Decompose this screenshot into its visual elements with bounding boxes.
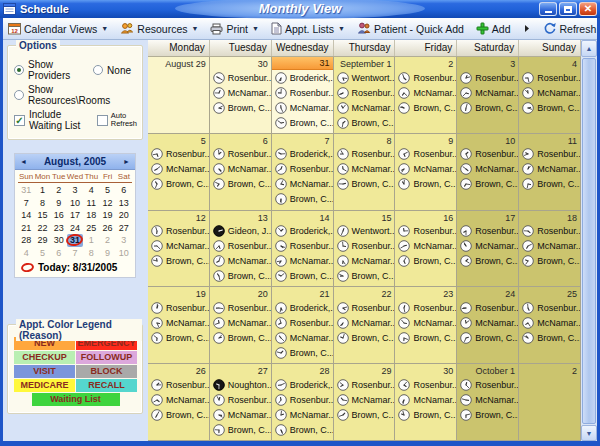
day-cell[interactable]: 20Rosenbur...McNamar...Brown, C... <box>210 287 272 364</box>
day-cell[interactable]: 3Rosenbur...McNamar...Brown, C... <box>457 57 519 134</box>
appointment-entry[interactable]: McNamar... <box>210 85 271 100</box>
appointment-entry[interactable]: Brown, C... <box>210 330 271 345</box>
appointment-entry[interactable]: Rosenbur... <box>457 300 518 315</box>
mini-calendar-day[interactable]: 3 <box>116 234 132 247</box>
appointment-entry[interactable]: Rosenbur... <box>272 85 333 100</box>
appointment-entry[interactable]: Wentwort... <box>334 224 395 239</box>
mini-calendar-day[interactable]: 25 <box>83 222 99 235</box>
appointment-entry[interactable]: Brown, C... <box>210 100 271 115</box>
day-cell[interactable]: 13Gideon, J...Rosenbur...McNamar...Brown… <box>210 211 272 288</box>
appointment-entry[interactable]: Rosenbur... <box>334 377 395 392</box>
appointment-entry[interactable]: Noughton... <box>210 377 271 392</box>
appointment-entry[interactable]: Brown, C... <box>272 115 333 130</box>
appointment-entry[interactable]: Rosenbur... <box>272 162 333 177</box>
include-waiting-list-checkbox[interactable]: ✓ <box>14 115 25 126</box>
appointment-entry[interactable]: Brown, C... <box>519 100 580 115</box>
appointment-entry[interactable]: McNamar... <box>210 254 271 269</box>
day-cell[interactable]: 12Rosenbur...McNamar...Brown, C... <box>148 211 210 288</box>
appointment-entry[interactable]: Brown, C... <box>334 177 395 192</box>
day-cell[interactable]: 9Rosenbur...McNamar...Brown, C... <box>395 134 457 211</box>
toolbar-button-print[interactable]: Print▼ <box>205 21 264 37</box>
mini-calendar-day[interactable]: 23 <box>51 222 67 235</box>
today-line[interactable]: Today: 8/31/2005 <box>15 259 135 277</box>
appointment-entry[interactable]: McNamar... <box>148 239 209 254</box>
close-button[interactable]: ✕ <box>579 2 597 16</box>
day-cell[interactable]: 24Rosenbur...McNamar...Brown, C... <box>457 287 519 364</box>
day-cell[interactable]: 7Broderick,...Rosenbur...McNamar...Brown… <box>272 134 334 211</box>
appointment-entry[interactable]: Broderick,... <box>272 377 333 392</box>
mini-calendar-day[interactable]: 1 <box>83 234 99 247</box>
appointment-entry[interactable]: Brown, C... <box>148 330 209 345</box>
next-month-button[interactable]: ► <box>120 156 133 168</box>
appointment-entry[interactable]: McNamar... <box>272 407 333 422</box>
mini-calendar-day[interactable]: 12 <box>99 197 115 210</box>
appointment-entry[interactable]: Brown, C... <box>519 254 580 269</box>
day-cell[interactable]: 31Broderick,...Rosenbur...McNamar...Brow… <box>272 57 334 134</box>
appointment-entry[interactable]: Rosenbur... <box>210 392 271 407</box>
appointment-entry[interactable]: Rosenbur... <box>272 392 333 407</box>
mini-calendar-day[interactable]: 31 <box>18 184 34 197</box>
toolbar-button-add[interactable]: Add <box>471 20 516 37</box>
mini-calendar-day[interactable]: 4 <box>83 184 99 197</box>
appointment-entry[interactable]: Brown, C... <box>457 407 518 422</box>
appointment-entry[interactable]: McNamar... <box>272 100 333 115</box>
appointment-entry[interactable]: Rosenbur... <box>148 147 209 162</box>
appointment-entry[interactable]: Rosenbur... <box>148 377 209 392</box>
toolbar-button-calendar-views[interactable]: 12Calendar Views▼ <box>3 20 113 37</box>
mini-calendar-day[interactable]: 6 <box>116 184 132 197</box>
appointment-entry[interactable]: Rosenbur... <box>519 224 580 239</box>
mini-calendar-day[interactable]: 16 <box>51 209 67 222</box>
appointment-entry[interactable]: Rosenbur... <box>148 300 209 315</box>
appointment-entry[interactable]: McNamar... <box>334 162 395 177</box>
mini-calendar-day[interactable]: 18 <box>83 209 99 222</box>
day-cell[interactable]: 27Noughton...Rosenbur...McNamar...Brown,… <box>210 364 272 441</box>
appointment-entry[interactable]: McNamar... <box>210 315 271 330</box>
appointment-entry[interactable]: Rosenbur... <box>395 377 456 392</box>
day-cell[interactable]: 2 <box>519 364 581 441</box>
day-cell[interactable]: 30Rosenbur...McNamar...Brown, C... <box>210 57 272 134</box>
mini-calendar-day[interactable]: 20 <box>116 209 132 222</box>
mini-calendar-day[interactable]: 24 <box>67 222 83 235</box>
minimize-button[interactable] <box>539 2 557 16</box>
scroll-up-button[interactable]: ▲ <box>581 40 597 57</box>
mini-calendar-day[interactable]: 22 <box>34 222 50 235</box>
appointment-entry[interactable]: Broderick,... <box>272 224 333 239</box>
appointment-entry[interactable]: Wentwort... <box>334 70 395 85</box>
toolbar-button-resources[interactable]: Resources▼ <box>115 20 203 37</box>
appointment-entry[interactable]: Rosenbur... <box>334 147 395 162</box>
appointment-entry[interactable]: Rosenbur... <box>395 300 456 315</box>
prev-month-button[interactable]: ◄ <box>17 156 30 168</box>
appointment-entry[interactable]: McNamar... <box>395 239 456 254</box>
appointment-entry[interactable]: Rosenbur... <box>519 300 580 315</box>
mini-calendar-day[interactable]: 8 <box>83 247 99 260</box>
appointment-entry[interactable]: Brown, C... <box>148 407 209 422</box>
day-cell[interactable]: October 1Rosenbur...McNamar...Brown, C..… <box>457 364 519 441</box>
day-cell[interactable]: 21Broderick,...Rosenbur...McNamar...Brow… <box>272 287 334 364</box>
appointment-entry[interactable]: McNamar... <box>334 254 395 269</box>
appointment-entry[interactable]: McNamar... <box>272 254 333 269</box>
appointment-entry[interactable]: Rosenbur... <box>519 147 580 162</box>
appointment-entry[interactable]: Brown, C... <box>272 422 333 437</box>
day-cell[interactable]: 29Rosenbur...McNamar...Brown, C... <box>334 364 396 441</box>
day-cell[interactable]: 23Rosenbur...McNamar...Brown, C... <box>395 287 457 364</box>
appointment-entry[interactable]: McNamar... <box>395 315 456 330</box>
day-cell[interactable]: 18Rosenbur...McNamar...Brown, C... <box>519 211 581 288</box>
day-cell[interactable]: 4Rosenbur...McNamar...Brown, C... <box>519 57 581 134</box>
mini-calendar-day-selected[interactable]: 31 <box>67 234 83 247</box>
mini-calendar-day[interactable]: 9 <box>51 197 67 210</box>
day-cell[interactable]: 11Rosenbur...McNamar...Brown, C... <box>519 134 581 211</box>
vertical-scrollbar[interactable]: ▲ ▼ <box>581 40 597 441</box>
mini-calendar-day[interactable]: 5 <box>34 247 50 260</box>
appointment-entry[interactable]: McNamar... <box>272 330 333 345</box>
mini-calendar-day[interactable]: 11 <box>83 197 99 210</box>
appointment-entry[interactable]: McNamar... <box>457 392 518 407</box>
appointment-entry[interactable]: Brown, C... <box>519 330 580 345</box>
appointment-entry[interactable]: Brown, C... <box>334 407 395 422</box>
mini-calendar-day[interactable]: 17 <box>67 209 83 222</box>
appointment-entry[interactable]: Rosenbur... <box>334 239 395 254</box>
day-cell[interactable]: 22Rosenbur...McNamar...Brown, C... <box>334 287 396 364</box>
appointment-entry[interactable]: Brown, C... <box>519 177 580 192</box>
day-cell[interactable]: August 29 <box>148 57 210 134</box>
mini-calendar-day[interactable]: 10 <box>116 247 132 260</box>
appointment-entry[interactable]: Rosenbur... <box>148 224 209 239</box>
